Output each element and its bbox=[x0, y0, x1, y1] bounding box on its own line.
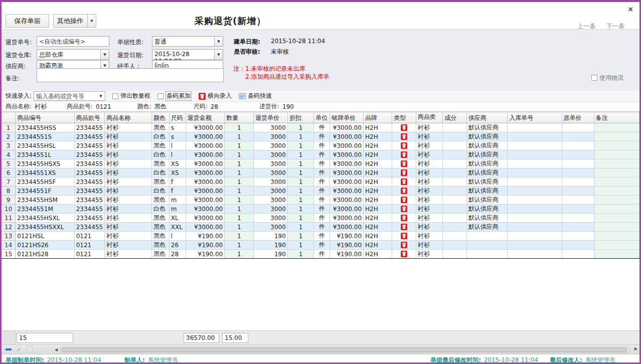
cell-unit[interactable]: 件 bbox=[314, 214, 330, 223]
popup-qty-option[interactable]: 弹出数量框 bbox=[112, 92, 150, 100]
cell-orig_price[interactable] bbox=[562, 214, 594, 223]
cell-price[interactable]: 190 bbox=[254, 241, 288, 250]
column-header-stockin_no[interactable]: 入库单号 bbox=[508, 113, 562, 123]
cell-tag_price[interactable]: ¥3000.00 bbox=[330, 214, 364, 223]
cell-supplier[interactable]: 默认供应商 bbox=[466, 150, 508, 159]
column-header-price[interactable]: 退货单价 bbox=[254, 113, 288, 123]
cell-discount[interactable]: 1 bbox=[287, 223, 313, 232]
cell-tag_price[interactable]: ¥3000.00 bbox=[330, 123, 364, 132]
quick-entry-input[interactable]: 输入条码或货号等▼ bbox=[34, 91, 105, 101]
cell-id[interactable]: 1 bbox=[2, 123, 16, 132]
chevron-down-icon[interactable]: ▼ bbox=[100, 50, 109, 59]
cell-stockin_no[interactable] bbox=[508, 123, 562, 132]
cell-id[interactable]: 5 bbox=[2, 159, 16, 168]
cell-size[interactable]: 28 bbox=[169, 250, 186, 259]
cell-unit[interactable]: 件 bbox=[314, 177, 330, 187]
cell-code[interactable]: 2334455HSL bbox=[16, 141, 74, 150]
cell-brand[interactable]: H2H bbox=[364, 205, 392, 214]
cell-discount[interactable]: 1 bbox=[287, 123, 313, 132]
cell-id[interactable]: 13 bbox=[2, 232, 16, 241]
cell-price[interactable]: 3000 bbox=[254, 132, 288, 141]
cell-price[interactable]: 190 bbox=[254, 250, 288, 259]
cell-code[interactable]: 0121HS26 bbox=[16, 241, 74, 250]
cell-component[interactable] bbox=[443, 196, 466, 205]
table-row[interactable]: 52334455HSXS2334455衬衫黑色XS¥3000.00130001件… bbox=[2, 159, 639, 168]
chevron-down-icon[interactable]: ▼ bbox=[97, 92, 105, 100]
cell-style_no[interactable]: 2334455 bbox=[74, 132, 104, 141]
cell-tag_price[interactable]: ¥3000.00 bbox=[330, 196, 364, 205]
cell-discount[interactable]: 1 bbox=[287, 232, 313, 241]
cell-name[interactable]: 衬衫 bbox=[105, 205, 152, 214]
table-row[interactable]: 32334455HSL2334455衬衫黑色l¥3000.00130001件¥3… bbox=[2, 141, 639, 150]
table-row[interactable]: 1023344551M2334455衬衫白色m¥3000.00130001件¥3… bbox=[2, 205, 639, 214]
cell-stockin_no[interactable] bbox=[508, 250, 562, 259]
cell-orig_price[interactable] bbox=[562, 159, 594, 168]
cell-qty[interactable]: 1 bbox=[225, 177, 254, 187]
cell-color[interactable]: 黑色 bbox=[151, 196, 169, 205]
cell-price[interactable]: 3000 bbox=[254, 205, 288, 214]
cell-style_no[interactable]: 2334455 bbox=[74, 187, 104, 196]
cell-price[interactable]: 3000 bbox=[254, 196, 288, 205]
table-row[interactable]: 122334455HSXXL2334455衬衫黑色XXL¥3000.001300… bbox=[2, 223, 639, 232]
barcode-accumulate-option[interactable]: 条码累加 bbox=[157, 91, 192, 101]
cell-qty[interactable]: 1 bbox=[225, 196, 254, 205]
cell-type[interactable] bbox=[392, 232, 416, 241]
save-document-button[interactable]: 保存单据 bbox=[6, 14, 49, 28]
cell-code[interactable]: 23344551L bbox=[16, 150, 74, 159]
cell-supplier[interactable]: 默认供应商 bbox=[466, 168, 508, 177]
cell-qty[interactable]: 1 bbox=[225, 250, 254, 259]
remark-field[interactable] bbox=[37, 68, 224, 82]
horizontal-scrollbar[interactable]: ◀ bbox=[55, 346, 630, 353]
cell-brand[interactable]: H2H bbox=[364, 177, 392, 187]
cell-id[interactable]: 6 bbox=[2, 168, 16, 177]
cell-tag_price[interactable]: ¥3000.00 bbox=[330, 205, 364, 214]
cell-amount[interactable]: ¥3000.00 bbox=[186, 187, 225, 196]
cell-stockin_no[interactable] bbox=[508, 177, 562, 187]
cell-brand[interactable]: H2H bbox=[364, 168, 392, 177]
cell-code[interactable]: 0121HS28 bbox=[16, 250, 74, 259]
cell-qty[interactable]: 1 bbox=[225, 123, 254, 132]
cell-size[interactable]: f bbox=[169, 177, 186, 187]
cell-amount[interactable]: ¥3000.00 bbox=[186, 214, 225, 223]
scrollbar-thumb[interactable] bbox=[61, 348, 627, 352]
cell-color[interactable]: 白色 bbox=[151, 150, 169, 159]
cell-price[interactable]: 3000 bbox=[254, 214, 288, 223]
cell-unit[interactable]: 件 bbox=[314, 205, 330, 214]
cell-name[interactable]: 衬衫 bbox=[105, 187, 152, 196]
cell-type[interactable] bbox=[392, 196, 416, 205]
cell-type[interactable] bbox=[392, 123, 416, 132]
cell-size[interactable]: XS bbox=[169, 168, 186, 177]
cell-size[interactable]: XS bbox=[169, 159, 186, 168]
cell-supplier[interactable] bbox=[466, 232, 508, 241]
cell-stockin_no[interactable] bbox=[508, 196, 562, 205]
cell-orig_price[interactable] bbox=[562, 223, 594, 232]
cell-price[interactable]: 3000 bbox=[254, 223, 288, 232]
cell-qty[interactable]: 1 bbox=[225, 223, 254, 232]
cell-note[interactable] bbox=[594, 132, 639, 141]
cell-name[interactable]: 衬衫 bbox=[105, 250, 152, 259]
cell-amount[interactable]: ¥3000.00 bbox=[186, 159, 225, 168]
cell-size[interactable]: f bbox=[169, 187, 186, 196]
column-header-unit[interactable]: 单位 bbox=[314, 113, 330, 123]
cell-orig_price[interactable] bbox=[562, 168, 594, 177]
cell-category[interactable]: 衬衫 bbox=[416, 123, 443, 132]
cell-supplier[interactable]: 默认供应商 bbox=[466, 205, 508, 214]
cell-size[interactable]: m bbox=[169, 205, 186, 214]
cell-code[interactable]: 2334455HSXXL bbox=[16, 223, 74, 232]
cell-style_no[interactable]: 0121 bbox=[74, 241, 104, 250]
cell-stockin_no[interactable] bbox=[508, 223, 562, 232]
cell-brand[interactable]: H2H bbox=[364, 223, 392, 232]
cell-amount[interactable]: ¥190.00 bbox=[186, 241, 225, 250]
cell-component[interactable] bbox=[443, 187, 466, 196]
return-date-select[interactable]: 2015-10-28 11:04:02▼ bbox=[152, 49, 223, 60]
cell-size[interactable]: m bbox=[169, 196, 186, 205]
cell-type[interactable] bbox=[392, 159, 416, 168]
scroll-left-icon[interactable]: ◀ bbox=[55, 347, 60, 352]
cell-code[interactable]: 23344551XS bbox=[16, 168, 74, 177]
cell-amount[interactable]: ¥3000.00 bbox=[186, 141, 225, 150]
cell-supplier[interactable] bbox=[466, 250, 508, 259]
cell-type[interactable] bbox=[392, 177, 416, 187]
cell-stockin_no[interactable] bbox=[508, 150, 562, 159]
column-header-orig_price[interactable]: 原单价 bbox=[562, 113, 594, 123]
cell-category[interactable]: 衬衫 bbox=[416, 159, 443, 168]
